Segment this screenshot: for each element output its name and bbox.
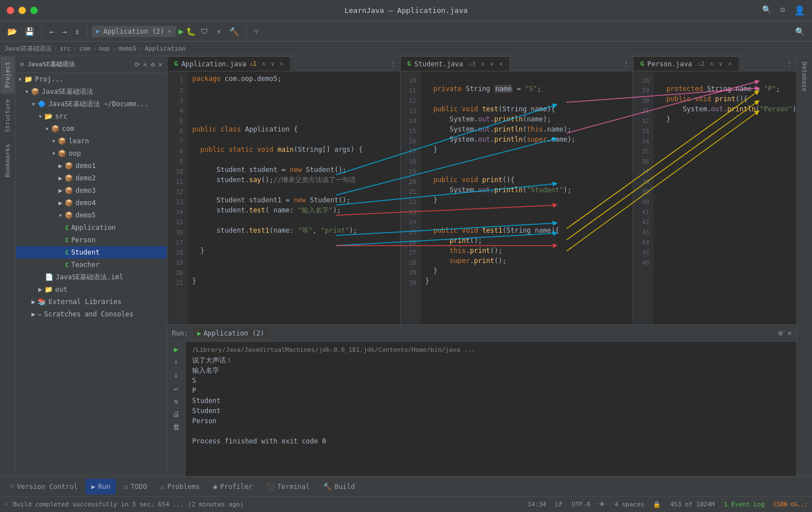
tree-item-src[interactable]: ▾ 📂 src [16, 110, 167, 123]
editor-pane-1-content: 123456789101112131415161718192021 packag… [167, 71, 400, 324]
code-content-2[interactable]: private String name = "S"; public void t… [421, 71, 633, 324]
pane1-actions: ⋮ [387, 56, 400, 71]
version-control-label: Version Control [17, 483, 78, 491]
breadcrumb-item-4[interactable]: demo5 [118, 45, 137, 52]
tree-item-demo3[interactable]: ▶ 📦 demo3 [16, 184, 167, 197]
run-print-btn[interactable]: 🖨 [173, 410, 180, 418]
chevron-icon: ▶ [31, 298, 35, 306]
tab-close-icon[interactable]: × [280, 61, 283, 67]
run-button[interactable]: ▶ [179, 26, 184, 37]
run-sort-btn[interactable]: ⇅ [174, 397, 179, 405]
tree-label: Scratches and Consoles [44, 310, 133, 318]
tree-label: demo5 [75, 211, 96, 219]
run-trash-btn[interactable]: 🗑 [173, 423, 180, 431]
breadcrumb-sep: › [54, 45, 58, 52]
tree-item-proj[interactable]: ▾ 📁 Proj... [16, 73, 167, 85]
tree-item-oop[interactable]: ▾ 📦 oop [16, 147, 167, 160]
tab-application-java[interactable]: G Application.java ⚠1 ∧ ∨ × [167, 56, 291, 71]
run-play-btn[interactable]: ▶ [174, 345, 179, 354]
structure-tab[interactable]: Structure [1, 93, 15, 138]
debug-button[interactable]: 🐛 [186, 27, 196, 36]
chevron-icon: ▾ [38, 112, 42, 120]
todo-tab[interactable]: ☑ TODO [118, 479, 152, 495]
breadcrumb-item-2[interactable]: com [79, 45, 90, 52]
code-line: } [425, 195, 629, 205]
terminal-tab[interactable]: ⬛ Terminal [261, 479, 316, 495]
tree-label: Teacher [71, 261, 100, 269]
tree-item-person[interactable]: C Person [16, 234, 167, 246]
run-config-display[interactable]: ▶ Application (2) [193, 328, 269, 338]
maximize-button[interactable] [30, 7, 38, 14]
close-run-icon[interactable]: × [787, 329, 792, 337]
tree-item-learn[interactable]: ▾ 📦 learn [16, 135, 167, 147]
run-up-btn[interactable]: ↑ [174, 358, 179, 366]
lock-icon: 🔒 [653, 501, 661, 508]
tree-item-application[interactable]: C Application [16, 221, 167, 234]
more-tabs-icon[interactable]: ⋮ [390, 60, 397, 67]
more-tabs-icon-2[interactable]: ⋮ [623, 60, 629, 67]
tree-item-teacher[interactable]: C Teacher [16, 259, 167, 271]
back-button[interactable]: ← [47, 25, 57, 38]
settings-icon[interactable]: ⚙ [781, 5, 785, 16]
database-tab[interactable]: Database [797, 56, 811, 97]
tree-item-scratches[interactable]: ▶ ✏ Scratches and Consoles [16, 308, 167, 320]
run-config-selector[interactable]: ▶ Application (2) ▾ [92, 26, 176, 37]
build-button[interactable]: 🔨 [226, 25, 242, 38]
code-line [658, 235, 792, 246]
tree-item-javase2[interactable]: ▾ 🔷 JavaSE基础语法 ~/Docume... [16, 98, 167, 110]
tree-item-student[interactable]: C Student [16, 246, 167, 259]
settings-gear-icon[interactable]: ⚙ [151, 61, 155, 69]
tree-item-demo4[interactable]: ▶ 📦 demo4 [16, 197, 167, 209]
build-tab[interactable]: 🔨 Build [317, 479, 360, 495]
settings-run-icon[interactable]: ⚙ [778, 329, 783, 337]
iml-icon: 📄 [45, 273, 53, 281]
search-everywhere-button[interactable]: 🔍 [792, 25, 808, 38]
event-log: 1 Event Log [724, 501, 765, 508]
close-panel-icon[interactable]: × [158, 61, 162, 69]
tab-close-icon-3[interactable]: × [728, 61, 732, 67]
run-wrap-btn[interactable]: ↵ [174, 384, 179, 392]
version-control-tab[interactable]: ⑂ Version Control [4, 479, 83, 495]
search-icon[interactable]: 🔍 [762, 5, 772, 16]
tree-item-demo5[interactable]: ▾ 📦 demo5 [16, 209, 167, 221]
run-down-btn[interactable]: ↓ [174, 371, 179, 379]
run-output[interactable]: /Library/Java/JavaVirtualMachines/jdk-8.… [185, 342, 796, 476]
minimize-button[interactable] [19, 7, 26, 14]
more-run-button[interactable]: ⚡ [214, 25, 224, 38]
project-tab[interactable]: Project [1, 56, 15, 93]
code-content-1[interactable]: package com.oop.demo5; public class Appl… [188, 71, 400, 324]
collapse-icon[interactable]: ⇱ [143, 61, 147, 69]
open-folder-button[interactable]: 📂 [4, 25, 20, 38]
tree-item-out[interactable]: ▶ 📁 out [16, 283, 167, 296]
git-button[interactable]: ⑂ [251, 25, 261, 38]
breadcrumb-item-5[interactable]: Application [145, 45, 186, 52]
profiler-tab[interactable]: ◉ Profiler [207, 479, 258, 495]
recent-files-button[interactable]: ↕ [72, 25, 82, 38]
tab-student-java[interactable]: G Student.java ⚠3 ∧ ∨ × [401, 56, 510, 71]
tree-item-javase[interactable]: ▾ 📦 JavaSE基础语法 [16, 85, 167, 98]
save-button[interactable]: 💾 [22, 25, 37, 38]
tree-item-demo1[interactable]: ▶ 📦 demo1 [16, 160, 167, 172]
tree-item-demo2[interactable]: ▶ 📦 demo2 [16, 172, 167, 184]
code-line [658, 246, 792, 256]
coverage-button[interactable]: 🛡 [198, 25, 211, 38]
tab-close-icon-2[interactable]: × [499, 61, 502, 67]
problems-tab[interactable]: ⚠ Problems [155, 479, 205, 495]
breadcrumb-item-0[interactable]: JavaSE基础语法 [4, 44, 52, 53]
tab-label: Application.java [182, 60, 247, 68]
breadcrumb-item-3[interactable]: oop [98, 45, 110, 52]
code-content-3[interactable]: protected String name = "P"; public void… [654, 71, 796, 324]
sync-icon[interactable]: ⟳ [134, 61, 140, 69]
more-tabs-icon-3[interactable]: ⋮ [786, 60, 793, 67]
tree-item-iml[interactable]: 📄 JavaSE基础语法.iml [16, 271, 167, 283]
close-button[interactable] [7, 7, 14, 14]
tab-person-java[interactable]: G Person.java ⚠2 ∧ ∨ × [633, 56, 738, 71]
user-icon[interactable]: 👤 [794, 5, 805, 16]
breadcrumb-item-1[interactable]: src [60, 45, 71, 52]
folder-icon: ▾ [18, 75, 22, 83]
tree-item-com[interactable]: ▾ 📦 com [16, 123, 167, 135]
bookmarks-tab[interactable]: Bookmarks [1, 138, 15, 183]
run-bottom-tab[interactable]: ▶ Run [85, 479, 116, 495]
forward-button[interactable]: → [59, 25, 69, 38]
tree-item-ext-libs[interactable]: ▶ 📚 External Libraries [16, 296, 167, 308]
